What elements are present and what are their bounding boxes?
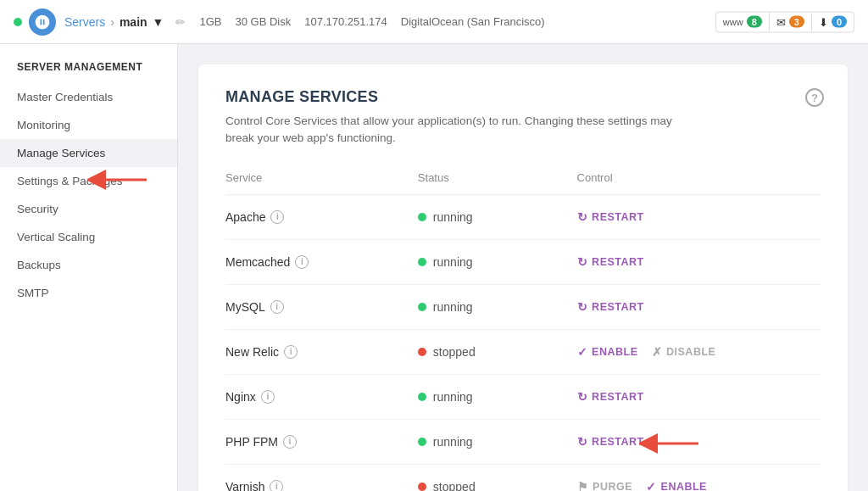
status-dot-phpfpm — [418, 438, 426, 446]
restart-icon: ↻ — [577, 435, 588, 449]
sidebar-item-monitoring[interactable]: Monitoring — [0, 111, 177, 139]
control-nginx: ↻ RESTART — [577, 387, 821, 407]
services-table: Service Status Control Apache i — [225, 171, 821, 492]
sidebar-item-vertical-scaling[interactable]: Vertical Scaling — [0, 223, 177, 251]
enable-newrelic-btn[interactable]: ✓ ENABLE — [577, 342, 638, 362]
status-memcached: running — [418, 255, 577, 269]
disable-icon: ✗ — [652, 345, 663, 359]
sidebar-item-backups[interactable]: Backups — [0, 251, 177, 279]
service-name-memcached: Memcached i — [225, 255, 418, 269]
control-mysql: ↻ RESTART — [577, 297, 821, 317]
enable-varnish-btn[interactable]: ✓ ENABLE — [646, 477, 707, 492]
status-dot-mysql — [418, 303, 426, 311]
sidebar-item-smtp[interactable]: SMTP — [0, 279, 177, 307]
restart-icon: ↻ — [577, 210, 588, 224]
restart-icon: ↻ — [577, 300, 588, 314]
sidebar-item-settings-packages[interactable]: Settings & Packages — [0, 167, 177, 195]
server-meta: 1GB 30 GB Disk 107.170.251.174 DigitalOc… — [199, 15, 544, 28]
service-name-mysql: MySQL i — [225, 300, 418, 314]
breadcrumb-servers[interactable]: Servers — [64, 15, 105, 29]
control-memcached: ↻ RESTART — [577, 252, 821, 272]
service-name-nginx: Nginx i — [225, 390, 418, 404]
table-row: Memcached i running — [225, 239, 821, 284]
status-dot-memcached — [418, 258, 426, 266]
service-name-varnish: Varnish i — [225, 480, 418, 492]
info-icon-nginx[interactable]: i — [261, 390, 275, 404]
main-layout: Server Management Master Credentials Mon… — [0, 44, 868, 491]
info-icon-memcached[interactable]: i — [295, 255, 309, 269]
breadcrumb-dropdown-icon[interactable]: ▼ — [153, 15, 164, 29]
info-icon-apache[interactable]: i — [270, 210, 284, 224]
server-ip: 107.170.251.174 — [304, 15, 387, 28]
restart-nginx-btn[interactable]: ↻ RESTART — [577, 387, 644, 407]
table-row: PHP FPM i running — [225, 419, 821, 464]
help-icon[interactable]: ? — [805, 88, 824, 107]
restart-mysql-btn[interactable]: ↻ RESTART — [577, 297, 644, 317]
control-varnish: ⚑ PURGE ✓ ENABLE — [577, 477, 821, 492]
disable-newrelic-btn[interactable]: ✗ DISABLE — [652, 342, 716, 362]
page-title: MANAGE SERVICES — [225, 88, 821, 106]
breadcrumb: Servers › main ▼ ✏ — [64, 15, 186, 29]
service-name-newrelic: New Relic i — [225, 345, 418, 359]
info-icon-mysql[interactable]: i — [270, 300, 284, 314]
restart-apache-btn[interactable]: ↻ RESTART — [577, 207, 644, 227]
info-icon-varnish[interactable]: i — [270, 480, 283, 492]
status-dot-varnish — [418, 483, 426, 491]
service-name-apache: Apache i — [225, 210, 418, 224]
col-control: Control — [577, 171, 821, 195]
badge-group: www 8 ✉ 3 ⬇ 0 — [715, 11, 854, 32]
topbar: Servers › main ▼ ✏ 1GB 30 GB Disk 107.17… — [0, 0, 868, 44]
enable-icon: ✓ — [646, 480, 657, 492]
sidebar: Server Management Master Credentials Mon… — [0, 44, 178, 491]
topbar-badges: www 8 ✉ 3 ⬇ 0 — [715, 11, 854, 32]
status-dot-apache — [418, 213, 426, 221]
restart-icon: ↻ — [577, 255, 588, 269]
app-logo[interactable] — [29, 8, 56, 36]
table-row: Nginx i running — [225, 374, 821, 419]
table-row: MySQL i running — [225, 284, 821, 329]
col-service: Service — [225, 171, 418, 195]
status-nginx: running — [418, 390, 577, 404]
online-indicator — [14, 18, 22, 26]
table-row: Varnish i stopped — [225, 464, 821, 491]
status-apache: running — [418, 210, 577, 224]
breadcrumb-separator: › — [110, 15, 114, 29]
purge-icon: ⚑ — [577, 480, 589, 492]
restart-phpfpm-btn[interactable]: ↻ RESTART — [577, 432, 644, 452]
status-varnish: stopped — [418, 480, 577, 492]
restart-memcached-btn[interactable]: ↻ RESTART — [577, 252, 644, 272]
sidebar-item-security[interactable]: Security — [0, 195, 177, 223]
status-mysql: running — [418, 300, 577, 314]
restart-icon: ↻ — [577, 390, 588, 404]
col-status: Status — [418, 171, 577, 195]
status-dot-newrelic — [418, 348, 426, 356]
page-description: Control Core Services that allow your ap… — [225, 113, 700, 148]
sidebar-section-title: Server Management — [0, 61, 177, 83]
manage-services-card: MANAGE SERVICES Control Core Services th… — [198, 64, 848, 491]
server-disk: 30 GB Disk — [235, 15, 291, 28]
status-dot-nginx — [418, 393, 426, 401]
status-newrelic: stopped — [418, 345, 577, 359]
purge-varnish-btn[interactable]: ⚑ PURGE — [577, 477, 632, 492]
edit-icon[interactable]: ✏ — [175, 15, 186, 29]
info-icon-phpfpm[interactable]: i — [283, 435, 297, 449]
control-apache: ↻ RESTART — [577, 207, 821, 227]
server-ram: 1GB — [199, 15, 221, 28]
table-row: Apache i running — [225, 194, 821, 239]
sidebar-item-manage-services[interactable]: Manage Services — [0, 139, 177, 167]
info-icon-newrelic[interactable]: i — [284, 345, 298, 359]
status-phpfpm: running — [418, 435, 577, 449]
enable-icon: ✓ — [577, 345, 588, 359]
server-provider: DigitalOcean (San Francisco) — [401, 15, 545, 28]
breadcrumb-main: main — [120, 15, 147, 29]
content-area: MANAGE SERVICES Control Core Services th… — [178, 44, 868, 491]
control-newrelic: ✓ ENABLE ✗ DISABLE — [577, 342, 821, 362]
control-phpfpm: ↻ RESTART — [577, 432, 821, 452]
service-name-phpfpm: PHP FPM i — [225, 435, 418, 449]
badge-deploy[interactable]: ⬇ 0 — [812, 12, 854, 31]
sidebar-item-master-credentials[interactable]: Master Credentials — [0, 83, 177, 111]
badge-www[interactable]: www 8 — [716, 13, 770, 31]
badge-mail[interactable]: ✉ 3 — [770, 12, 812, 31]
table-row: New Relic i stopped — [225, 329, 821, 374]
